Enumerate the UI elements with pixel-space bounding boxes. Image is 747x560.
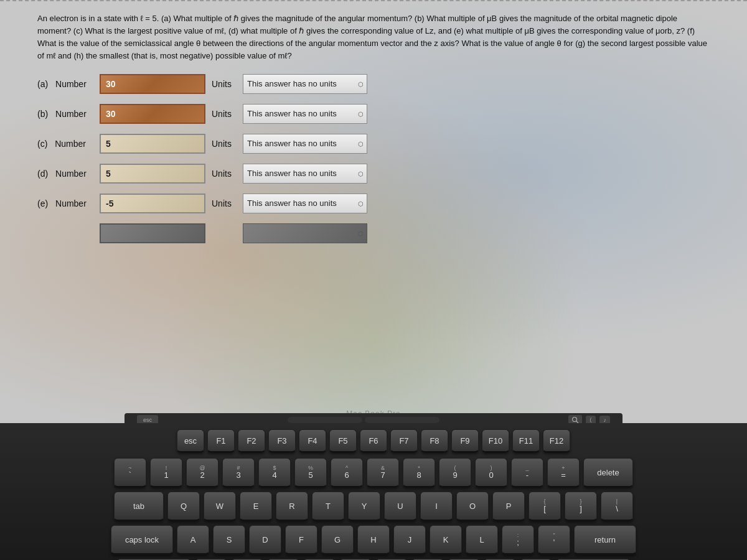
keyboard-row-1: ~` !1 @2 #3 $4 %5 ^6 &7 *8 (9 )0 _- += d…: [12, 458, 735, 488]
units-select-wrapper-c[interactable]: This answer has no units: [243, 134, 367, 154]
key-minus[interactable]: _-: [511, 458, 543, 488]
key-f2[interactable]: F2: [238, 429, 265, 453]
key-f9[interactable]: F9: [451, 429, 479, 453]
key-0[interactable]: )0: [475, 458, 507, 488]
key-backslash[interactable]: |\: [601, 492, 633, 521]
key-o[interactable]: O: [456, 492, 489, 521]
part-c: (c): [37, 139, 47, 149]
units-label-d: Units: [212, 169, 237, 179]
key-bracket-right[interactable]: }]: [565, 492, 597, 521]
answer-row-c: (c) Number Units This answer has no unit…: [37, 134, 710, 154]
units-label-a: Units: [212, 79, 237, 89]
key-caps[interactable]: caps lock: [111, 525, 173, 555]
units-select-wrapper-d[interactable]: This answer has no units: [243, 164, 367, 184]
key-quote[interactable]: "': [538, 525, 570, 555]
label-b: Number: [55, 109, 87, 119]
units-select-wrapper-a[interactable]: This answer has no units: [243, 74, 367, 94]
key-2[interactable]: @2: [186, 458, 218, 488]
answer-row-empty: [37, 223, 710, 243]
input-empty[interactable]: [100, 223, 205, 243]
units-select-b[interactable]: This answer has no units: [243, 104, 367, 124]
key-r[interactable]: R: [276, 492, 308, 521]
key-3[interactable]: #3: [222, 458, 255, 488]
label-e: Number: [55, 198, 87, 208]
key-i[interactable]: I: [420, 492, 453, 521]
key-f12[interactable]: F12: [543, 429, 570, 453]
key-f6[interactable]: F6: [360, 429, 387, 453]
key-tab[interactable]: tab: [114, 492, 164, 521]
touch-bar-brightness: [288, 417, 362, 423]
key-d[interactable]: D: [249, 525, 281, 555]
answer-row-e: (e) Number Units This answer has no unit…: [37, 194, 710, 213]
input-b[interactable]: [100, 104, 205, 124]
units-select-wrapper-e[interactable]: This answer has no units: [243, 194, 367, 213]
answer-row-b: (b) Number Units This answer has no unit…: [37, 104, 710, 124]
key-4[interactable]: $4: [258, 458, 291, 488]
key-f1[interactable]: F1: [207, 429, 235, 453]
keyboard-row-3: caps lock A S D F G H J K L :; "' return: [12, 525, 735, 555]
input-d[interactable]: [100, 164, 205, 184]
units-select-d[interactable]: This answer has no units: [243, 164, 367, 184]
label-c: Number: [55, 139, 86, 149]
label-a: Number: [55, 79, 87, 89]
key-s[interactable]: S: [213, 525, 245, 555]
key-f3[interactable]: F3: [268, 429, 296, 453]
key-bracket-left[interactable]: {[: [529, 492, 561, 521]
row-label-d: (d) Number: [37, 169, 93, 179]
units-select-wrapper-empty[interactable]: [243, 223, 367, 243]
units-select-e[interactable]: This answer has no units: [243, 194, 367, 213]
question-text: An electron is in a state with ℓ = 5. (a…: [37, 12, 710, 63]
key-7[interactable]: &7: [367, 458, 399, 488]
key-5[interactable]: %5: [294, 458, 327, 488]
units-select-empty[interactable]: [243, 223, 367, 243]
key-a[interactable]: A: [177, 525, 209, 555]
key-g[interactable]: G: [321, 525, 354, 555]
key-f11[interactable]: F11: [512, 429, 540, 453]
key-u[interactable]: U: [384, 492, 416, 521]
units-label-c: Units: [212, 139, 237, 149]
units-select-a[interactable]: This answer has no units: [243, 74, 367, 94]
key-9[interactable]: (9: [439, 458, 471, 488]
units-label-b: Units: [212, 109, 237, 119]
key-esc[interactable]: esc: [177, 429, 204, 453]
key-6[interactable]: ^6: [331, 458, 363, 488]
input-a[interactable]: [100, 74, 205, 94]
touch-bar-center: [288, 417, 439, 423]
units-select-c[interactable]: This answer has no units: [243, 134, 367, 154]
key-w[interactable]: W: [204, 492, 236, 521]
row-label-a: (a) Number: [37, 79, 93, 89]
input-c[interactable]: [100, 134, 205, 154]
units-select-wrapper-b[interactable]: This answer has no units: [243, 104, 367, 124]
key-delete[interactable]: delete: [583, 458, 633, 488]
key-k[interactable]: K: [430, 525, 462, 555]
key-y[interactable]: Y: [348, 492, 380, 521]
input-e[interactable]: [100, 194, 205, 213]
key-1[interactable]: !1: [150, 458, 182, 488]
answer-row-a: (a) Number Units This answer has no unit…: [37, 74, 710, 94]
key-q[interactable]: Q: [167, 492, 200, 521]
key-h[interactable]: H: [357, 525, 390, 555]
key-p[interactable]: P: [492, 492, 525, 521]
row-label-c: (c) Number: [37, 139, 93, 149]
key-8[interactable]: *8: [403, 458, 435, 488]
key-f4[interactable]: F4: [299, 429, 326, 453]
key-return[interactable]: return: [574, 525, 636, 555]
key-e[interactable]: E: [240, 492, 272, 521]
key-backtick[interactable]: ~`: [114, 458, 146, 488]
key-equals[interactable]: +=: [547, 458, 580, 488]
key-f[interactable]: F: [285, 525, 317, 555]
key-f7[interactable]: F7: [390, 429, 418, 453]
key-j[interactable]: J: [393, 525, 426, 555]
key-f10[interactable]: F10: [482, 429, 509, 453]
row-label-e: (e) Number: [37, 198, 93, 208]
fn-row: esc F1 F2 F3 F4 F5 F6 F7 F8 F9 F10 F11 F…: [12, 429, 735, 453]
key-f5[interactable]: F5: [329, 429, 357, 453]
key-semicolon[interactable]: :;: [502, 525, 534, 555]
part-e: (e): [37, 198, 48, 208]
key-t[interactable]: T: [312, 492, 344, 521]
key-l[interactable]: L: [466, 525, 498, 555]
answer-row-d: (d) Number Units This answer has no unit…: [37, 164, 710, 184]
key-f8[interactable]: F8: [421, 429, 448, 453]
row-label-b: (b) Number: [37, 109, 93, 119]
touch-bar-volume: [365, 417, 439, 423]
